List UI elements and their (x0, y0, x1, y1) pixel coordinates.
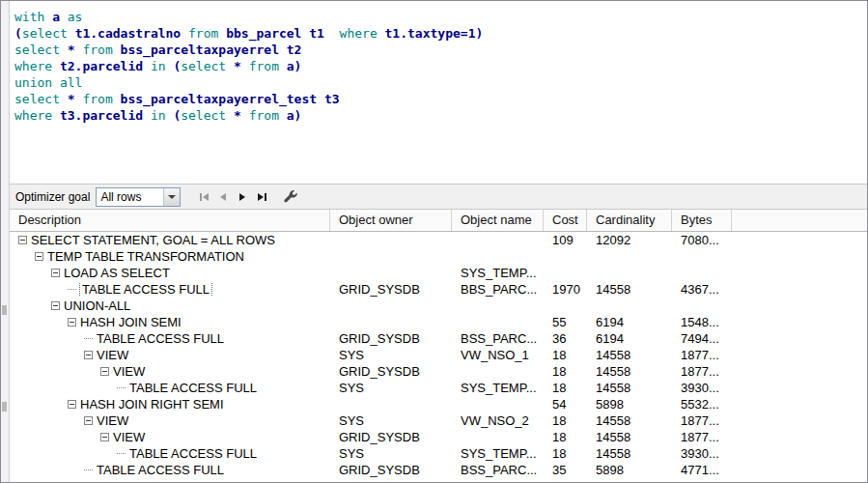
column-header-cardinality[interactable]: Cardinality (587, 210, 672, 231)
first-record-button[interactable] (194, 187, 213, 207)
plan-row[interactable]: VIEWSYSVW_NSO_118145581877... (10, 347, 867, 363)
optimizer-goal-label: Optimizer goal (15, 190, 90, 204)
sql-token: from (82, 92, 120, 106)
chevron-down-icon (168, 195, 176, 199)
plan-row[interactable]: LOAD AS SELECTSYS_TEMP... (10, 265, 867, 281)
plan-cell-card: 14558 (587, 413, 672, 428)
tree-collapse-icon[interactable] (35, 252, 43, 261)
plan-row-description-cell: VIEW (10, 348, 330, 362)
plan-row-label: VIEW (97, 348, 128, 362)
tree-collapse-icon[interactable] (68, 400, 76, 409)
tree-collapse-icon[interactable] (51, 269, 60, 277)
plan-row[interactable]: HASH JOIN RIGHT SEMI5458985532... (10, 396, 867, 412)
plan-cell-owner: GRID_SYSDB (330, 282, 452, 297)
plan-cell-cost: 18 (544, 446, 587, 461)
plan-row-description-cell: TABLE ACCESS FULL (10, 446, 330, 461)
column-header-object-name[interactable]: Object name (452, 210, 544, 231)
plan-row[interactable]: TABLE ACCESS FULLSYSSYS_TEMP...181455839… (10, 380, 867, 396)
optimizer-goal-value: All rows (97, 190, 163, 204)
plan-cell-cost: 18 (544, 348, 587, 362)
plan-row-label: UNION-ALL (64, 298, 130, 313)
sql-token: from (188, 26, 226, 41)
plan-cell-card: 12092 (587, 233, 672, 247)
plan-header: DescriptionObject ownerObject nameCostCa… (10, 210, 867, 232)
sql-token: select (22, 26, 75, 41)
plan-row-label: HASH JOIN RIGHT SEMI (80, 397, 224, 412)
tree-collapse-icon[interactable] (51, 301, 60, 310)
plan-cell-name: BBS_PARC... (452, 282, 544, 297)
plan-row-label: TABLE ACCESS FULL (129, 381, 257, 395)
plan-row[interactable]: UNION-ALL (10, 298, 867, 314)
plan-cell-name: BSS_PARC... (452, 463, 544, 477)
plan-row-label: TABLE ACCESS FULL (129, 446, 257, 461)
plan-row[interactable]: TABLE ACCESS FULLGRID_SYSDBBSS_PARC...35… (10, 462, 867, 478)
plan-row[interactable]: TABLE ACCESS FULLSYSSYS_TEMP...181455839… (10, 445, 867, 462)
plan-cell-name: SYS_TEMP... (452, 446, 544, 461)
plan-cell-owner: GRID_SYSDB (330, 364, 452, 379)
plan-row[interactable]: TEMP TABLE TRANSFORMATION (10, 248, 867, 265)
sql-token: t2.parcelid (60, 59, 151, 73)
plan-row-description-cell: HASH JOIN RIGHT SEMI (10, 397, 330, 412)
tree-collapse-icon[interactable] (84, 351, 93, 359)
splitter-grip (2, 305, 7, 315)
plan-cell-cost: 109 (544, 233, 587, 247)
sql-editor[interactable]: with a as(select t1.cadastralno from bbs… (10, 1, 867, 184)
sql-line: where t2.parcelid in (select * from a) (14, 58, 861, 74)
plan-cell-bytes: 1877... (672, 364, 732, 379)
optimizer-goal-select[interactable]: All rows (96, 187, 181, 207)
plan-cell-card: 14558 (587, 430, 672, 444)
sql-token: ( (14, 26, 22, 41)
plan-cell-card: 14558 (587, 282, 672, 297)
preferences-button[interactable] (279, 187, 300, 207)
tree-collapse-icon[interactable] (100, 367, 109, 376)
column-header-description[interactable]: Description (10, 210, 330, 231)
sql-token: select (14, 43, 68, 57)
sql-token: from (249, 59, 287, 73)
plan-cell-bytes: 3930... (672, 446, 732, 461)
sql-token: a) (287, 59, 302, 73)
tree-indent (18, 437, 100, 438)
tree-indent (18, 371, 100, 372)
plan-row[interactable]: TABLE ACCESS FULLGRID_SYSDBBSS_PARC...36… (10, 330, 867, 347)
plan-row-description-cell: TABLE ACCESS FULL (10, 381, 330, 395)
tree-leaf-connector (84, 469, 93, 471)
plan-cell-card: 6194 (587, 331, 672, 346)
plan-row[interactable]: VIEWGRID_SYSDB18145581877... (10, 429, 867, 445)
column-header-object-owner[interactable]: Object owner (330, 210, 452, 231)
tree-indent (18, 355, 84, 355)
plan-row[interactable]: HASH JOIN SEMI5561941548... (10, 314, 867, 330)
column-header-bytes[interactable]: Bytes (672, 210, 732, 231)
tree-collapse-icon[interactable] (84, 416, 93, 425)
tree-indent (18, 305, 51, 306)
plan-row-description-cell: VIEW (10, 364, 330, 379)
plan-cell-owner: SYS (330, 381, 452, 395)
plan-cell-cost: 18 (544, 430, 587, 444)
plan-row[interactable]: TABLE ACCESS FULLGRID_SYSDBBBS_PARC...19… (10, 281, 867, 298)
plan-toolbar: Optimizer goal All rows (10, 184, 867, 210)
combo-dropdown-button[interactable] (163, 188, 180, 206)
sql-token: from (82, 43, 120, 57)
tree-indent (18, 387, 117, 388)
tree-collapse-icon[interactable] (68, 318, 76, 327)
plan-row[interactable]: VIEWSYSVW_NSO_218145581877... (10, 412, 867, 429)
sql-token: a (52, 10, 68, 24)
column-header-cost[interactable]: Cost (544, 210, 587, 231)
plan-row-description-cell: SELECT STATEMENT, GOAL = ALL ROWS (10, 233, 330, 247)
plan-cell-name: BSS_PARC... (452, 331, 544, 346)
tree-collapse-icon[interactable] (100, 433, 109, 441)
plan-cell-owner: GRID_SYSDB (330, 430, 452, 444)
tree-leaf-connector (68, 289, 76, 291)
tree-collapse-icon[interactable] (18, 236, 27, 244)
tree-indent (18, 469, 84, 470)
last-record-button[interactable] (252, 187, 271, 207)
record-navigation (194, 187, 271, 207)
sql-token: where (340, 26, 385, 41)
wrench-icon (283, 189, 297, 204)
previous-record-button[interactable] (213, 187, 233, 207)
plan-row[interactable]: SELECT STATEMENT, GOAL = ALL ROWS1091209… (10, 232, 867, 248)
tree-leaf-connector (117, 453, 126, 455)
plan-row[interactable]: VIEWGRID_SYSDB18145581877... (10, 363, 867, 380)
next-record-button[interactable] (233, 187, 252, 207)
plan-cell-bytes: 5532... (672, 397, 732, 412)
first-icon (200, 193, 202, 201)
